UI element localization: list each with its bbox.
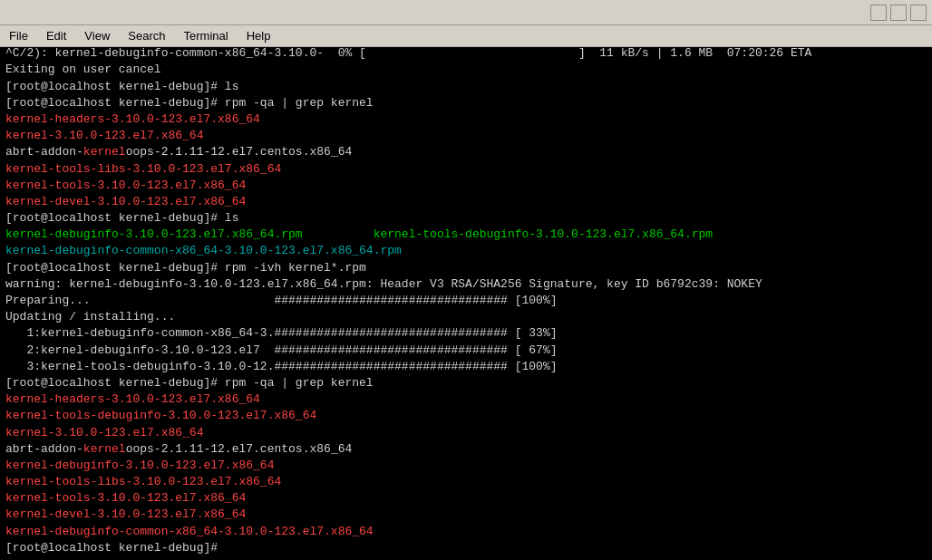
terminal-line: 1:kernel-debuginfo-common-x86_64-3.#####… [5, 325, 927, 342]
terminal-line: abrt-addon-kerneloops-2.1.11-12.el7.cent… [5, 441, 927, 458]
menu-edit[interactable]: Edit [41, 27, 72, 44]
terminal-line: kernel-debuginfo-3.10.0-123.el7.x86_64 [5, 458, 927, 474]
terminal-line: kernel-devel-3.10.0-123.el7.x86_64 [5, 194, 927, 210]
terminal-line: kernel-debuginfo-common-x86_64-3.10.0-12… [5, 243, 927, 259]
terminal-line: [root@localhost kernel-debug]# [5, 540, 927, 556]
terminal-line: Exiting on user cancel [5, 62, 927, 78]
terminal-line: kernel-tools-libs-3.10.0-123.el7.x86_64 [5, 161, 927, 178]
terminal-line: kernel-3.10.0-123.el7.x86_64 [5, 425, 927, 441]
minimize-button[interactable] [870, 5, 887, 21]
terminal-line: [root@localhost kernel-debug]# rpm -ivh … [5, 260, 927, 276]
terminal-line: kernel-headers-3.10.0-123.el7.x86_64 [5, 111, 927, 128]
terminal-line: kernel-tools-3.10.0-123.el7.x86_64 [5, 490, 927, 507]
close-button[interactable] [910, 5, 927, 21]
terminal-output[interactable]: Trying other mirror.^C/2): kernel-debugi… [0, 47, 932, 560]
terminal-line: [root@localhost kernel-debug]# rpm -qa |… [5, 95, 927, 111]
menu-terminal[interactable]: Terminal [179, 27, 234, 44]
terminal-line: Updating / installing... [5, 309, 927, 325]
terminal-line: 3:kernel-tools-debuginfo-3.10.0-12.#####… [5, 359, 927, 375]
terminal-line: kernel-debuginfo-common-x86_64-3.10.0-12… [5, 524, 927, 540]
terminal-line: [root@localhost kernel-debug]# rpm -qa |… [5, 375, 927, 391]
menu-file[interactable]: File [4, 27, 34, 44]
terminal-line: kernel-tools-libs-3.10.0-123.el7.x86_64 [5, 474, 927, 490]
menu-search[interactable]: Search [122, 27, 170, 44]
terminal-line: abrt-addon-kerneloops-2.1.11-12.el7.cent… [5, 144, 927, 160]
menu-view[interactable]: View [79, 27, 115, 44]
terminal-line: kernel-tools-debuginfo-3.10.0-123.el7.x8… [5, 408, 927, 424]
terminal-line: kernel-tools-3.10.0-123.el7.x86_64 [5, 178, 927, 194]
menu-help[interactable]: Help [241, 27, 277, 44]
maximize-button[interactable] [890, 5, 907, 21]
terminal-line: kernel-debuginfo-3.10.0-123.el7.x86_64.r… [5, 227, 927, 243]
terminal-line: Preparing... ###########################… [5, 293, 927, 309]
terminal-line: warning: kernel-debuginfo-3.10.0-123.el7… [5, 276, 927, 293]
terminal-line: kernel-3.10.0-123.el7.x86_64 [5, 128, 927, 144]
menu-bar: File Edit View Search Terminal Help [0, 25, 932, 47]
terminal-line: [root@localhost kernel-debug]# ls [5, 210, 927, 227]
terminal-line: ^C/2): kernel-debuginfo-common-x86_64-3.… [5, 47, 927, 62]
window-controls [870, 5, 927, 21]
title-bar [0, 0, 932, 25]
terminal-line: kernel-headers-3.10.0-123.el7.x86_64 [5, 391, 927, 408]
terminal-line: kernel-devel-3.10.0-123.el7.x86_64 [5, 507, 927, 523]
terminal-line: 2:kernel-debuginfo-3.10.0-123.el7 ######… [5, 343, 927, 359]
terminal-line: [root@localhost kernel-debug]# ls [5, 79, 927, 95]
